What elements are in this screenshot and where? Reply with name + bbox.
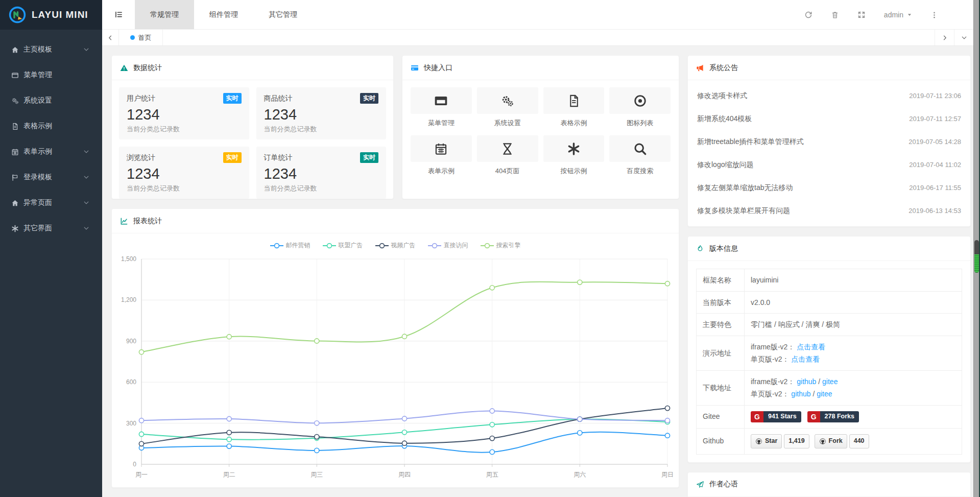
sidebar-item-error-pages[interactable]: 异常页面 xyxy=(0,190,102,216)
shortcut-hourglass[interactable]: 404页面 xyxy=(477,135,538,176)
more-menu-icon[interactable] xyxy=(930,10,938,19)
announcement-item[interactable]: 新增treetable插件和菜单管理样式2019-07-05 14:28 xyxy=(691,130,967,153)
stat-value: 1234 xyxy=(127,106,242,123)
right-column: 系统公告 修改选项卡样式2019-07-11 23:06新增系统404模板201… xyxy=(687,55,971,488)
link-github[interactable]: github xyxy=(791,390,810,398)
svg-text:0: 0 xyxy=(133,461,136,468)
legend-label: 直接访问 xyxy=(444,241,468,250)
sidebar-item-table-examples[interactable]: 表格示例 xyxy=(0,113,102,139)
bullhorn-icon xyxy=(696,63,704,72)
github-star-button[interactable]: Star xyxy=(751,434,782,448)
github-count[interactable]: 1,419 xyxy=(784,434,809,448)
tab-home-label: 首页 xyxy=(138,33,152,42)
sidebar-item-home-template[interactable]: 主页模板 xyxy=(0,37,102,62)
refresh-icon[interactable] xyxy=(804,10,812,19)
version-row-label: 主要特色 xyxy=(697,314,745,336)
card-title: 作者心语 xyxy=(709,480,738,489)
shortcut-label: 表格示例 xyxy=(543,119,605,128)
announcement-date: 2019-07-11 12:57 xyxy=(909,115,961,123)
gitee-badge[interactable]: G941 Stars xyxy=(751,411,801,422)
tab-scroll-right-button[interactable] xyxy=(935,30,954,45)
sidebar-item-label: 登录模板 xyxy=(23,173,83,182)
sidebar-item-system-settings[interactable]: 系统设置 xyxy=(0,88,102,113)
version-row-label: Github xyxy=(697,428,745,454)
shortcut-asterisk[interactable]: 按钮示例 xyxy=(543,135,605,176)
link-gitee[interactable]: gitee xyxy=(822,377,838,386)
sidebar-item-login-templates[interactable]: 登录模板 xyxy=(0,164,102,190)
main-area: 常规管理组件管理其它管理 admin 首页 数据统计 xyxy=(102,0,980,497)
shortcut-file[interactable]: 表格示例 xyxy=(543,87,605,128)
sidebar-item-form-examples[interactable]: 表单示例 xyxy=(0,139,102,164)
paper-plane-icon xyxy=(696,480,704,489)
header-nav-other[interactable]: 其它管理 xyxy=(253,0,313,29)
card-report-stats: 报表统计 邮件营销联盟广告视频广告直接访问搜索引擎 03006009001,20… xyxy=(111,208,679,488)
sidebar-item-menu-management[interactable]: 菜单管理 xyxy=(0,62,102,88)
gitee-logo-icon: G xyxy=(751,411,763,422)
link-gitee[interactable]: gitee xyxy=(817,390,832,398)
gears-icon xyxy=(477,87,538,114)
version-row: 演示地址iframe版-v2： 点击查看单页版-v2： 点击查看 xyxy=(697,336,962,370)
legend-marker-icon xyxy=(323,243,336,249)
sidebar-item-label: 其它界面 xyxy=(23,224,83,233)
shortcut-window-solid[interactable]: 菜单管理 xyxy=(411,87,472,128)
svg-text:周三: 周三 xyxy=(310,471,323,478)
gitee-badge[interactable]: G278 Forks xyxy=(807,411,859,422)
circle-dot-icon xyxy=(609,87,671,114)
legend-item[interactable]: 搜索引擎 xyxy=(481,241,521,250)
announcement-item[interactable]: 修复多模块菜单栏展开有问题2019-06-13 14:53 xyxy=(691,199,967,222)
scrollbar-thumb[interactable] xyxy=(974,240,979,273)
announcement-date: 2019-07-11 23:06 xyxy=(909,92,961,100)
card-announcements: 系统公告 修改选项卡样式2019-07-11 23:06新增系统404模板201… xyxy=(687,55,971,227)
line-chart-icon xyxy=(120,217,128,225)
legend-item[interactable]: 视频广告 xyxy=(375,241,416,250)
shortcut-search[interactable]: 百度搜索 xyxy=(609,135,671,176)
stat-value: 1234 xyxy=(264,165,379,182)
link-点击查看[interactable]: 点击查看 xyxy=(797,343,825,351)
version-row-label: 下载地址 xyxy=(697,370,745,405)
announcement-text: 修改logo缩放问题 xyxy=(697,160,753,170)
announcement-item[interactable]: 新增系统404模板2019-07-11 12:57 xyxy=(691,107,967,130)
stat-label: 商品统计 xyxy=(264,94,293,103)
announcement-list: 修改选项卡样式2019-07-11 23:06新增系统404模板2019-07-… xyxy=(688,80,970,226)
sidebar-collapse-button[interactable] xyxy=(102,0,135,29)
calendar-icon xyxy=(411,135,472,162)
tab-operations-button[interactable] xyxy=(954,30,973,45)
header-nav-components[interactable]: 组件管理 xyxy=(194,0,253,29)
sidebar-item-other-ui[interactable]: 其它界面 xyxy=(0,216,102,241)
announcement-item[interactable]: 修复左侧菜单缩放tab无法移动2019-06-17 11:55 xyxy=(691,176,967,199)
announcement-item[interactable]: 修改选项卡样式2019-07-11 23:06 xyxy=(691,84,967,107)
gitee-badge-text: 941 Stars xyxy=(763,411,801,422)
version-row: GiteeG941 StarsG278 Forks xyxy=(697,405,962,428)
clear-cache-icon[interactable] xyxy=(831,10,839,19)
gitee-badge-text: 278 Forks xyxy=(820,411,859,422)
shortcut-circle-dot[interactable]: 图标列表 xyxy=(609,87,671,128)
shortcut-calendar[interactable]: 表单示例 xyxy=(411,135,472,176)
legend-item[interactable]: 联盟广告 xyxy=(323,241,363,250)
user-menu[interactable]: admin xyxy=(884,11,912,19)
tab-home[interactable]: 首页 xyxy=(119,30,163,45)
app-title: LAYUI MINI xyxy=(32,9,88,20)
page-scrollbar[interactable] xyxy=(973,0,980,497)
github-fork-button[interactable]: Fork xyxy=(815,434,847,448)
shortcut-gears[interactable]: 系统设置 xyxy=(477,87,538,128)
svg-text:1,500: 1,500 xyxy=(121,255,136,263)
legend-item[interactable]: 直接访问 xyxy=(428,241,468,250)
header-nav: 常规管理组件管理其它管理 xyxy=(135,0,313,29)
fullscreen-icon[interactable] xyxy=(857,10,866,19)
announcement-item[interactable]: 修改logo缩放问题2019-07-04 11:02 xyxy=(691,153,967,176)
shortcut-label: 404页面 xyxy=(477,167,538,176)
stat-label: 订单统计 xyxy=(264,153,293,162)
header-nav-general[interactable]: 常规管理 xyxy=(135,0,194,29)
github-count[interactable]: 440 xyxy=(849,434,869,448)
stat-caption: 当前分类总记录数 xyxy=(127,184,242,193)
legend-item[interactable]: 邮件营销 xyxy=(270,241,310,250)
hourglass-icon xyxy=(477,135,538,162)
tabbar-spacer xyxy=(163,30,935,45)
tab-scroll-left-button[interactable] xyxy=(102,30,119,45)
link-点击查看[interactable]: 点击查看 xyxy=(791,355,820,363)
announcement-date: 2019-07-05 14:28 xyxy=(909,138,961,146)
link-github[interactable]: github xyxy=(797,377,816,386)
card-data-stats: 数据统计 用户统计实时1234当前分类总记录数商品统计实时1234当前分类总记录… xyxy=(111,55,394,199)
legend-label: 视频广告 xyxy=(391,241,416,250)
chart-legend: 邮件营销联盟广告视频广告直接访问搜索引擎 xyxy=(112,233,679,250)
